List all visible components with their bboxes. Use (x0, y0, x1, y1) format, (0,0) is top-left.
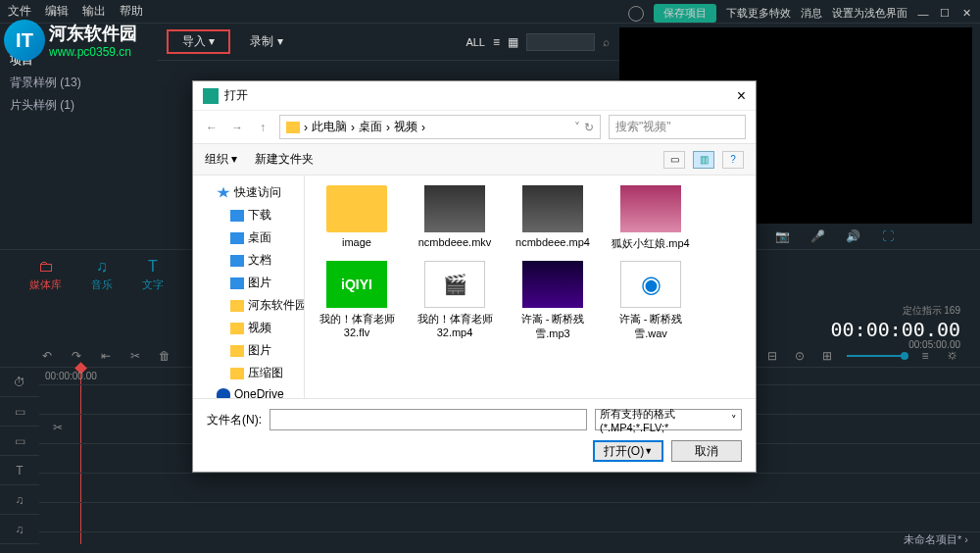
side-onedrive[interactable]: OneDrive (193, 384, 304, 398)
camera-icon[interactable]: 📷 (772, 229, 792, 243)
zoom-slider[interactable] (847, 355, 906, 357)
file-item[interactable]: 🎬我的！体育老师32.mp4 (413, 261, 497, 341)
cancel-button[interactable]: 取消 (671, 440, 742, 462)
menu-output[interactable]: 输出 (82, 3, 106, 20)
track-head-audio[interactable]: ♫ (0, 485, 39, 515)
mic-icon[interactable]: 🎤 (808, 229, 827, 243)
file-name: 狐妖小红娘.mp4 (612, 236, 689, 251)
list-view-icon[interactable]: ≡ (493, 35, 500, 49)
menu-edit[interactable]: 编辑 (45, 3, 69, 20)
timeline-list-icon[interactable]: ≡ (917, 349, 933, 363)
tab-music[interactable]: ♫ 音乐 (91, 258, 113, 292)
side-downloads[interactable]: 下载 (193, 204, 304, 226)
file-item[interactable]: ncmbdeee.mp4 (511, 185, 595, 251)
theme-toggle[interactable]: 设置为浅色界面 (832, 6, 907, 21)
track-audio-2[interactable] (39, 503, 980, 532)
file-item[interactable]: ◉许嵩 - 断桥残雪.wav (609, 261, 693, 341)
file-item[interactable]: image (315, 185, 399, 251)
tab-text[interactable]: T 文字 (142, 258, 164, 292)
side-desktop[interactable]: 桌面 (193, 226, 304, 249)
mark-in-button[interactable]: ⇤ (98, 349, 114, 363)
organize-button[interactable]: 组织 ▾ (205, 151, 237, 168)
folder-icon: 🗀 (38, 258, 54, 276)
track-head-audio2[interactable]: ♫ (0, 515, 39, 544)
track-head-video2[interactable]: ▭ (0, 427, 39, 456)
minimize-button[interactable]: — (917, 8, 929, 20)
delete-button[interactable]: 🗑 (157, 349, 172, 363)
dialog-toolbar: 组织 ▾ 新建文件夹 ▭ ▥ ? (193, 144, 756, 176)
breadcrumb-pc[interactable]: 此电脑 (312, 119, 347, 135)
view-large-button[interactable]: ▭ (663, 151, 685, 169)
menu-file[interactable]: 文件 (8, 3, 31, 20)
track-head-video[interactable]: ▭ (0, 397, 39, 427)
close-window-button[interactable]: ✕ (960, 8, 972, 20)
file-item[interactable]: ncmbdeee.mkv (413, 185, 497, 251)
dialog-search-input[interactable]: 搜索"视频" (609, 115, 746, 139)
add-track-button[interactable]: + 添加新轨道 (0, 544, 980, 553)
side-video[interactable]: 视频 (193, 317, 304, 339)
side-hd[interactable]: 河东软件园 (193, 294, 304, 317)
file-item[interactable]: 许嵩 - 断桥残雪.mp3 (511, 261, 595, 341)
side-pic2[interactable]: 图片 (193, 339, 304, 362)
save-project-button[interactable]: 保存项目 (654, 4, 716, 23)
maximize-button[interactable]: ☐ (939, 8, 951, 20)
new-folder-button[interactable]: 新建文件夹 (255, 151, 314, 168)
dialog-close-button[interactable]: × (737, 87, 746, 105)
side-zip[interactable]: 压缩图 (193, 362, 304, 384)
track-head-text[interactable]: T (0, 456, 39, 485)
timeline-settings-icon[interactable]: ⛭ (945, 349, 960, 363)
file-name: 许嵩 - 断桥残雪.wav (609, 312, 693, 341)
side-pictures[interactable]: 图片 (193, 272, 304, 294)
breadcrumb-video[interactable]: 视频 (394, 119, 417, 135)
grid-view-icon[interactable]: ▦ (508, 35, 518, 49)
menu-help[interactable]: 帮助 (120, 3, 143, 20)
side-quick-access[interactable]: 快速访问 (193, 181, 304, 204)
open-button[interactable]: 打开(O) ▼ (593, 440, 663, 462)
file-thumb (620, 185, 681, 232)
breadcrumb-refresh-icon[interactable]: ↻ (584, 121, 594, 134)
text-icon: T (148, 258, 158, 276)
help-button[interactable]: ? (722, 151, 744, 169)
zoom-out-button[interactable]: ⊟ (764, 349, 780, 363)
nav-forward-button[interactable]: → (228, 121, 246, 134)
user-icon[interactable] (628, 6, 644, 22)
file-name: 我的！体育老师32.mp4 (413, 312, 497, 338)
nav-up-button[interactable]: ↑ (254, 121, 271, 134)
messages-link[interactable]: 消息 (801, 6, 822, 21)
breadcrumb[interactable]: › 此电脑 › 桌面 › 视频 › ˅ ↻ (279, 115, 601, 139)
fullscreen-icon[interactable]: ⛶ (878, 229, 898, 243)
filetype-select[interactable]: 所有支持的格式 (*.MP4;*.FLV;*˅ (595, 409, 742, 430)
tab-media[interactable]: 🗀 媒体库 (29, 258, 62, 292)
breadcrumb-dropdown-icon[interactable]: ˅ (574, 121, 580, 134)
ruler-mark-0: 00:00:00.00 (45, 371, 97, 381)
volume-icon[interactable]: 🔊 (843, 229, 862, 243)
nav-back-button[interactable]: ← (203, 121, 220, 134)
file-thumb: iQIYI (326, 261, 387, 308)
redo-button[interactable]: ↷ (69, 349, 84, 363)
media-search-input[interactable] (526, 33, 595, 51)
position-indicator-label: 定位指示 169 (831, 304, 960, 318)
file-thumb: ◉ (620, 261, 681, 308)
side-documents[interactable]: 文档 (193, 249, 304, 272)
filename-input[interactable] (270, 409, 587, 430)
sidebar-bg-samples[interactable]: 背景样例 (13) (10, 72, 147, 94)
import-button[interactable]: 导入 ▾ (167, 29, 230, 54)
cut-button[interactable]: ✂ (127, 349, 143, 363)
search-icon[interactable]: ⌕ (603, 35, 610, 49)
filter-all[interactable]: ALL (466, 36, 485, 48)
file-name: 我的！体育老师32.flv (315, 312, 399, 338)
track-audio-1[interactable] (39, 474, 980, 503)
file-open-dialog: 打开 × ← → ↑ › 此电脑 › 桌面 › 视频 › ˅ ↻ 搜索"视频" … (192, 80, 757, 473)
file-item[interactable]: 狐妖小红娘.mp4 (609, 185, 693, 251)
sidebar-title-samples[interactable]: 片头样例 (1) (10, 94, 147, 117)
file-item[interactable]: iQIYI我的！体育老师32.flv (315, 261, 399, 341)
file-name: ncmbdeee.mkv (418, 236, 492, 248)
record-button[interactable]: 录制 ▾ (250, 33, 282, 50)
zoom-fit-button[interactable]: ⊙ (792, 349, 808, 363)
undo-button[interactable]: ↶ (39, 349, 55, 363)
download-effects-link[interactable]: 下载更多特效 (726, 6, 791, 21)
zoom-in-button[interactable]: ⊞ (819, 349, 835, 363)
breadcrumb-desktop[interactable]: 桌面 (359, 119, 382, 135)
view-details-button[interactable]: ▥ (693, 151, 714, 169)
dialog-title: 打开 (224, 87, 248, 104)
